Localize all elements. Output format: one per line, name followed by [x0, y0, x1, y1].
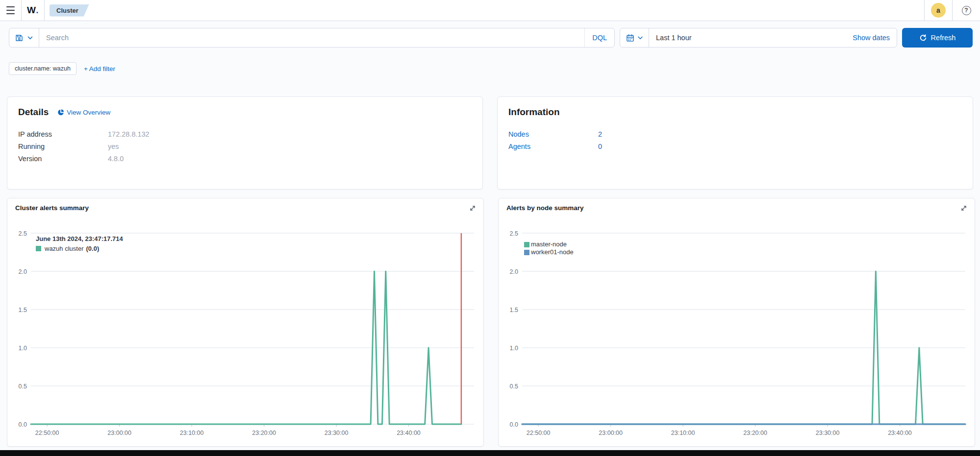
save-query-icon: [15, 34, 24, 42]
svg-text:2.5: 2.5: [510, 230, 518, 237]
logo-dot: .: [36, 5, 39, 16]
help-icon: ?: [962, 6, 971, 15]
view-overview-link[interactable]: View Overview: [57, 109, 110, 116]
menu-icon[interactable]: [0, 0, 22, 21]
svg-text:0.0: 0.0: [19, 421, 27, 428]
information-row-agents: Agents 0: [508, 141, 962, 153]
details-row-ip: IP address 172.28.8.132: [18, 128, 472, 141]
view-overview-label: View Overview: [67, 109, 110, 116]
svg-text:1.0: 1.0: [19, 345, 27, 352]
refresh-button[interactable]: Refresh: [902, 28, 973, 48]
row-label: IP address: [18, 128, 108, 141]
chevron-down-icon: [27, 36, 33, 40]
svg-text:2.5: 2.5: [19, 230, 27, 237]
svg-text:23:30:00: 23:30:00: [325, 430, 349, 436]
cluster-alerts-chart[interactable]: 0.00.51.01.52.02.522:50:0023:00:0023:10:…: [15, 228, 476, 439]
wazuh-logo[interactable]: W.: [22, 0, 45, 21]
filter-pill[interactable]: cluster.name: wazuh: [9, 62, 76, 75]
saved-queries-button[interactable]: [9, 28, 39, 47]
quick-select-button[interactable]: [620, 28, 649, 47]
details-title: Details: [18, 107, 49, 118]
row-value: yes: [108, 141, 119, 153]
bottom-bar: [0, 450, 980, 456]
refresh-icon: [919, 34, 927, 42]
help-button[interactable]: ?: [953, 0, 980, 21]
query-bar: DQL: [9, 28, 973, 48]
cluster-alerts-chart-area: 0.00.51.01.52.02.522:50:0023:00:0023:10:…: [15, 228, 476, 439]
information-row-nodes: Nodes 2: [508, 128, 962, 141]
alerts-by-node-chart-area: 0.00.51.01.52.02.522:50:0023:00:0023:10:…: [506, 228, 967, 439]
time-range-value[interactable]: Last 1 hour: [649, 34, 853, 42]
svg-text:23:00:00: 23:00:00: [107, 430, 131, 436]
information-title: Information: [508, 107, 560, 118]
calendar-icon: [626, 34, 634, 42]
page: W. Cluster a ?: [0, 0, 980, 456]
row-label: Version: [18, 153, 108, 165]
header-right: a ?: [924, 0, 980, 21]
svg-text:1.5: 1.5: [510, 307, 518, 313]
legend-label: worker01-node: [531, 248, 574, 256]
dql-button[interactable]: DQL: [584, 28, 614, 47]
legend-swatch: [524, 250, 529, 255]
chart-title: Cluster alerts summary: [15, 204, 476, 212]
details-panel: Details View Overview IP address 172.28.…: [7, 96, 483, 190]
expand-icon: [469, 204, 477, 212]
details-row-running: Running yes: [18, 141, 472, 153]
svg-text:0.5: 0.5: [19, 383, 27, 390]
svg-text:22:50:00: 22:50:00: [527, 430, 551, 436]
row-value: 172.28.8.132: [108, 128, 150, 141]
chart-title: Alerts by node summary: [506, 204, 967, 212]
logo-text: W: [27, 5, 36, 16]
search-input[interactable]: [39, 28, 584, 47]
legend-label: master-node: [531, 240, 567, 248]
charts-row: Cluster alerts summary 0.00.51.01.52.02.…: [7, 198, 973, 447]
legend-item-worker01-node[interactable]: worker01-node: [524, 248, 574, 256]
svg-text:0.5: 0.5: [510, 383, 518, 390]
filter-bar: cluster.name: wazuh + Add filter: [9, 62, 973, 75]
svg-text:23:20:00: 23:20:00: [252, 430, 276, 436]
chevron-down-icon: [638, 36, 643, 40]
refresh-label: Refresh: [931, 34, 956, 42]
avatar[interactable]: a: [931, 3, 946, 18]
row-value: 4.8.0: [108, 153, 124, 165]
svg-text:0.0: 0.0: [510, 421, 518, 428]
svg-text:23:00:00: 23:00:00: [599, 430, 623, 436]
agents-link[interactable]: Agents: [508, 141, 598, 153]
svg-text:23:30:00: 23:30:00: [816, 430, 840, 436]
svg-text:23:40:00: 23:40:00: [397, 430, 421, 436]
svg-text:1.0: 1.0: [510, 345, 518, 352]
add-filter-button[interactable]: + Add filter: [84, 65, 115, 72]
alerts-by-node-panel: Alerts by node summary 0.00.51.01.52.02.…: [498, 198, 975, 447]
info-cards-row: Details View Overview IP address 172.28.…: [7, 96, 973, 190]
chart-legend: master-nodeworker01-node: [524, 240, 574, 256]
information-panel: Information Nodes 2 Agents 0: [497, 96, 973, 190]
legend-item-master-node[interactable]: master-node: [524, 240, 574, 248]
expand-panel-button[interactable]: [960, 204, 968, 212]
date-picker: Last 1 hour Show dates: [620, 28, 897, 48]
search-box: DQL: [9, 28, 615, 48]
cluster-alerts-panel: Cluster alerts summary 0.00.51.01.52.02.…: [7, 198, 484, 447]
svg-text:23:10:00: 23:10:00: [180, 430, 204, 436]
svg-text:22:50:00: 22:50:00: [35, 430, 59, 436]
alerts-by-node-chart[interactable]: 0.00.51.01.52.02.522:50:0023:00:0023:10:…: [506, 228, 967, 439]
user-menu[interactable]: a: [924, 0, 953, 21]
row-label: Running: [18, 141, 108, 153]
expand-panel-button[interactable]: [469, 204, 477, 212]
svg-text:23:10:00: 23:10:00: [671, 430, 695, 436]
top-header: W. Cluster a ?: [0, 0, 980, 21]
svg-text:23:40:00: 23:40:00: [888, 430, 912, 436]
nodes-link[interactable]: Nodes: [508, 128, 598, 141]
expand-icon: [960, 204, 968, 212]
svg-text:23:20:00: 23:20:00: [743, 430, 767, 436]
show-dates-button[interactable]: Show dates: [853, 34, 897, 42]
pie-chart-icon: [57, 109, 64, 116]
svg-text:2.0: 2.0: [19, 268, 27, 275]
svg-text:2.0: 2.0: [510, 268, 518, 275]
breadcrumb[interactable]: Cluster: [50, 4, 89, 17]
agents-count: 0: [598, 141, 602, 153]
nodes-count: 2: [598, 128, 602, 141]
details-row-version: Version 4.8.0: [18, 153, 472, 165]
svg-text:1.5: 1.5: [19, 307, 27, 313]
legend-swatch: [524, 242, 529, 247]
